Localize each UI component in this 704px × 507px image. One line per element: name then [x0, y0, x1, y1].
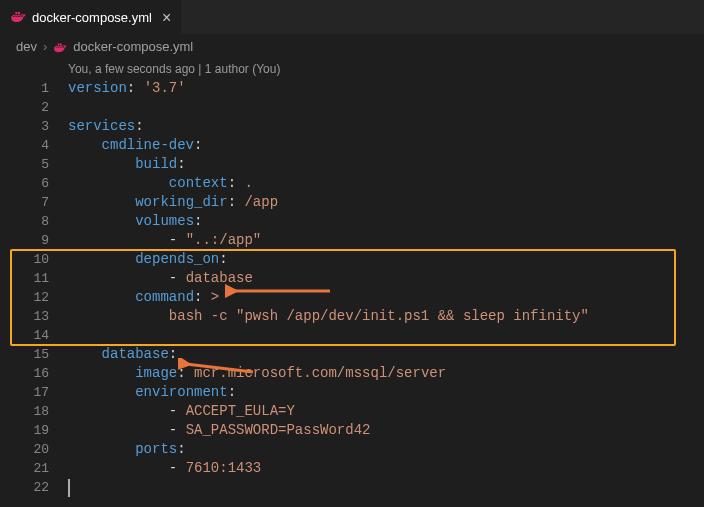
line-number: 3 — [0, 117, 55, 136]
line-number: 6 — [0, 174, 55, 193]
line-number: 1 — [0, 79, 55, 98]
line-number: 4 — [0, 136, 55, 155]
line-number: 20 — [0, 440, 55, 459]
docker-icon — [10, 8, 26, 27]
code-line[interactable]: 22 — [0, 478, 704, 497]
code-line[interactable]: 8 volumes: — [0, 212, 704, 231]
breadcrumb-file[interactable]: docker-compose.yml — [73, 39, 193, 54]
code-line[interactable]: 21 - 7610:1433 — [0, 459, 704, 478]
line-number: 12 — [0, 288, 55, 307]
line-number: 5 — [0, 155, 55, 174]
code-line[interactable]: 4 cmdline-dev: — [0, 136, 704, 155]
line-number: 10 — [0, 250, 55, 269]
line-number: 9 — [0, 231, 55, 250]
line-number: 19 — [0, 421, 55, 440]
line-number: 8 — [0, 212, 55, 231]
code-line[interactable]: 9 - "..:/app" — [0, 231, 704, 250]
line-number: 2 — [0, 98, 55, 117]
text-cursor — [68, 479, 70, 497]
tab-bar: docker-compose.yml × — [0, 0, 704, 35]
code-line[interactable]: 10 depends_on: — [0, 250, 704, 269]
code-line[interactable]: 19 - SA_PASSWORD=PassWord42 — [0, 421, 704, 440]
editor-tab[interactable]: docker-compose.yml × — [0, 0, 181, 35]
line-number: 13 — [0, 307, 55, 326]
code-line[interactable]: 15 database: — [0, 345, 704, 364]
code-line[interactable]: 12 command: > — [0, 288, 704, 307]
code-line[interactable]: 13 bash -c "pwsh /app/dev/init.ps1 && sl… — [0, 307, 704, 326]
line-number: 18 — [0, 402, 55, 421]
line-number: 14 — [0, 326, 55, 345]
code-line[interactable]: 5 build: — [0, 155, 704, 174]
code-line[interactable]: 17 environment: — [0, 383, 704, 402]
line-number: 11 — [0, 269, 55, 288]
code-line[interactable]: 11 - database — [0, 269, 704, 288]
tab-filename: docker-compose.yml — [32, 10, 152, 25]
line-number: 21 — [0, 459, 55, 478]
docker-icon — [53, 38, 67, 54]
breadcrumb-folder[interactable]: dev — [16, 39, 37, 54]
line-number: 15 — [0, 345, 55, 364]
line-number: 7 — [0, 193, 55, 212]
code-editor[interactable]: 1version: '3.7' 2 3services: 4 cmdline-d… — [0, 79, 704, 497]
code-line[interactable]: 14 — [0, 326, 704, 345]
code-line[interactable]: 6 context: . — [0, 174, 704, 193]
breadcrumb[interactable]: dev › docker-compose.yml — [0, 35, 704, 57]
tab-close-button[interactable]: × — [162, 9, 171, 27]
code-line[interactable]: 16 image: mcr.microsoft.com/mssql/server — [0, 364, 704, 383]
code-line[interactable]: 2 — [0, 98, 704, 117]
code-line[interactable]: 1version: '3.7' — [0, 79, 704, 98]
git-codelens[interactable]: You, a few seconds ago | 1 author (You) — [0, 59, 704, 79]
code-line[interactable]: 18 - ACCEPT_EULA=Y — [0, 402, 704, 421]
code-line[interactable]: 20 ports: — [0, 440, 704, 459]
code-line[interactable]: 3services: — [0, 117, 704, 136]
breadcrumb-separator: › — [43, 39, 47, 54]
line-number: 22 — [0, 478, 55, 497]
line-number: 16 — [0, 364, 55, 383]
code-line[interactable]: 7 working_dir: /app — [0, 193, 704, 212]
line-number: 17 — [0, 383, 55, 402]
